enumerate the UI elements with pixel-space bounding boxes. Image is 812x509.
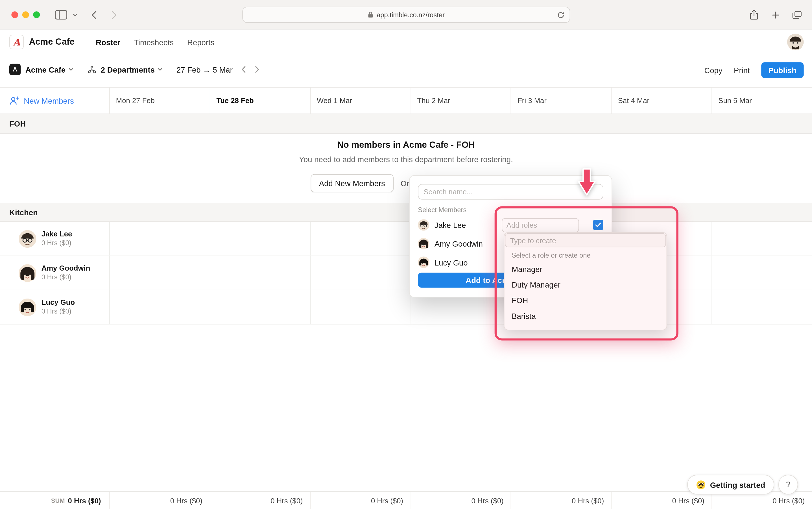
lock-icon xyxy=(368,11,374,18)
member-row-lucy[interactable]: Lucy Guo 0 Hrs ($0) xyxy=(0,291,812,325)
or-label: Or xyxy=(401,179,410,188)
member-avatar xyxy=(19,298,36,316)
member-avatar xyxy=(19,264,36,282)
sum-cell-wed: 0 Hrs ($0) xyxy=(310,492,411,509)
shift-cell[interactable] xyxy=(310,291,411,324)
address-bar[interactable]: app.timble.co.nz/roster xyxy=(242,7,570,23)
sidebar-toggle-icon[interactable] xyxy=(55,10,67,20)
popover-member-jake[interactable]: Jake Lee xyxy=(418,218,603,232)
sum-cell-fri: 0 Hrs ($0) xyxy=(511,492,611,509)
member-info: Amy Goodwin 0 Hrs ($0) xyxy=(0,256,109,290)
section-kitchen-label: Kitchen xyxy=(9,208,38,217)
copy-button[interactable]: Copy xyxy=(704,66,722,75)
shift-cell[interactable] xyxy=(711,222,812,256)
publish-button[interactable]: Publish xyxy=(761,62,804,78)
brand-logo-letter: A xyxy=(13,36,20,47)
shift-cell[interactable] xyxy=(711,256,812,290)
nav-roster[interactable]: Roster xyxy=(96,38,120,46)
role-option-duty-manager[interactable]: Duty Manager xyxy=(504,277,667,292)
new-tab-icon[interactable] xyxy=(772,11,780,19)
brand-logo[interactable]: A xyxy=(9,35,24,49)
sidebar-chevron-down-icon[interactable] xyxy=(73,12,78,18)
sum-total: 0 Hrs ($0) xyxy=(68,496,101,505)
shift-cell[interactable] xyxy=(109,222,210,256)
role-option-manager[interactable]: Manager xyxy=(504,261,667,277)
getting-started-label: Getting started xyxy=(710,480,766,489)
forward-button-icon[interactable] xyxy=(111,10,117,20)
role-option-foh[interactable]: FOH xyxy=(504,292,667,308)
org-selector-label[interactable]: Acme Cafe xyxy=(26,65,66,74)
next-week-icon[interactable] xyxy=(255,66,260,73)
shift-cell[interactable] xyxy=(109,291,210,324)
member-row-jake[interactable]: Jake Lee 0 Hrs ($0) xyxy=(0,222,812,256)
reload-icon[interactable] xyxy=(557,11,565,19)
getting-started-button[interactable]: Getting started xyxy=(687,475,774,495)
departments-chevron-down-icon[interactable] xyxy=(157,67,162,72)
org-badge-letter: A xyxy=(13,66,17,73)
role-dropdown: Select a role or create one Manager Duty… xyxy=(504,232,667,330)
shift-cell[interactable] xyxy=(210,291,310,324)
departments-selector-label[interactable]: 2 Departments xyxy=(101,65,155,74)
role-option-barista[interactable]: Barista xyxy=(504,308,667,324)
date-range-label: 27 Feb → 5 Mar xyxy=(176,65,233,74)
share-icon[interactable] xyxy=(749,9,758,20)
role-dropdown-hint: Select a role or create one xyxy=(511,251,659,259)
new-members-button[interactable]: New Members xyxy=(0,88,109,113)
org-badge: A xyxy=(9,64,21,75)
member-hours: 0 Hrs ($0) xyxy=(41,239,72,248)
url-text: app.timble.co.nz/roster xyxy=(377,11,445,19)
section-foh-label: FOH xyxy=(9,119,26,128)
shift-cell[interactable] xyxy=(310,222,411,256)
close-window-icon[interactable] xyxy=(11,11,18,18)
sum-cell-thu: 0 Hrs ($0) xyxy=(411,492,511,509)
user-avatar[interactable] xyxy=(787,34,804,50)
tab-overview-icon[interactable] xyxy=(792,11,802,19)
member-hours: 0 Hrs ($0) xyxy=(41,307,75,316)
member-name: Lucy Guo xyxy=(41,298,75,307)
nav-reports[interactable]: Reports xyxy=(187,38,214,46)
help-label: ? xyxy=(786,480,790,489)
prev-week-icon[interactable] xyxy=(241,66,246,73)
member-name: Amy Goodwin xyxy=(434,239,483,248)
member-name: Lucy Guo xyxy=(434,258,468,267)
help-button[interactable]: ? xyxy=(778,475,798,495)
section-header-kitchen: Kitchen xyxy=(0,203,812,222)
minimize-window-icon[interactable] xyxy=(22,11,29,18)
person-plus-icon xyxy=(9,96,20,105)
brand-name: Acme Cafe xyxy=(29,37,74,47)
day-header-fri: Fri 3 Mar xyxy=(511,88,611,113)
empty-state-title: No members in Acme Cafe - FOH xyxy=(0,140,812,150)
add-roles-input[interactable] xyxy=(502,218,579,232)
member-checkbox-checked[interactable] xyxy=(593,220,603,230)
shift-cell[interactable] xyxy=(310,256,411,290)
member-search-input[interactable] xyxy=(418,184,603,199)
type-to-create-input[interactable] xyxy=(505,233,666,247)
roster-toolbar: A Acme Cafe 2 Departments 27 Feb → 5 Mar xyxy=(0,55,812,87)
sum-cell-tue: 0 Hrs ($0) xyxy=(210,492,310,509)
add-new-members-button[interactable]: Add New Members xyxy=(311,174,394,192)
back-button-icon[interactable] xyxy=(91,10,97,20)
kitchen-member-rows: Jake Lee 0 Hrs ($0) Amy Goodwin 0 Hrs ($… xyxy=(0,222,812,324)
member-info: Jake Lee 0 Hrs ($0) xyxy=(0,222,109,256)
print-button[interactable]: Print xyxy=(734,66,750,75)
shift-cell[interactable] xyxy=(109,256,210,290)
shift-cell[interactable] xyxy=(210,222,310,256)
org-chevron-down-icon[interactable] xyxy=(68,67,73,72)
select-members-label: Select Members xyxy=(418,206,603,213)
zoom-window-icon[interactable] xyxy=(33,11,40,18)
day-header-thu: Thu 2 Mar xyxy=(411,88,511,113)
nav-timesheets[interactable]: Timesheets xyxy=(134,38,174,46)
day-header-sun: Sun 5 Mar xyxy=(711,88,812,113)
browser-chrome: app.timble.co.nz/roster xyxy=(0,0,812,30)
member-avatar xyxy=(418,257,429,268)
roster-grid-header: New Members Mon 27 Feb Tue 28 Feb Wed 1 … xyxy=(0,87,812,114)
new-members-label: New Members xyxy=(24,96,74,105)
day-header-mon: Mon 27 Feb xyxy=(109,88,210,113)
member-info: Lucy Guo 0 Hrs ($0) xyxy=(0,291,109,324)
empty-state-subtitle: You need to add members to this departme… xyxy=(0,155,812,164)
shift-cell[interactable] xyxy=(210,256,310,290)
sum-label: SUM xyxy=(51,497,65,504)
member-row-amy[interactable]: Amy Goodwin 0 Hrs ($0) xyxy=(0,256,812,290)
shift-cell[interactable] xyxy=(711,291,812,324)
app-window: app.timble.co.nz/roster A Acme Cafe Rost… xyxy=(0,0,812,509)
